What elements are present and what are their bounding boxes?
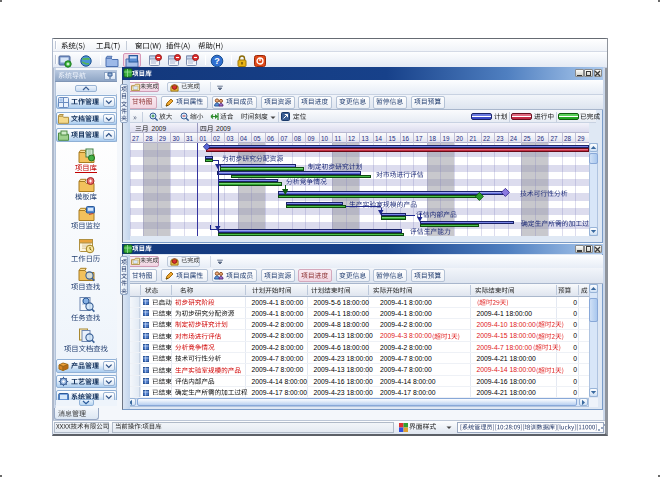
svg-text:?: ? [214,56,220,66]
